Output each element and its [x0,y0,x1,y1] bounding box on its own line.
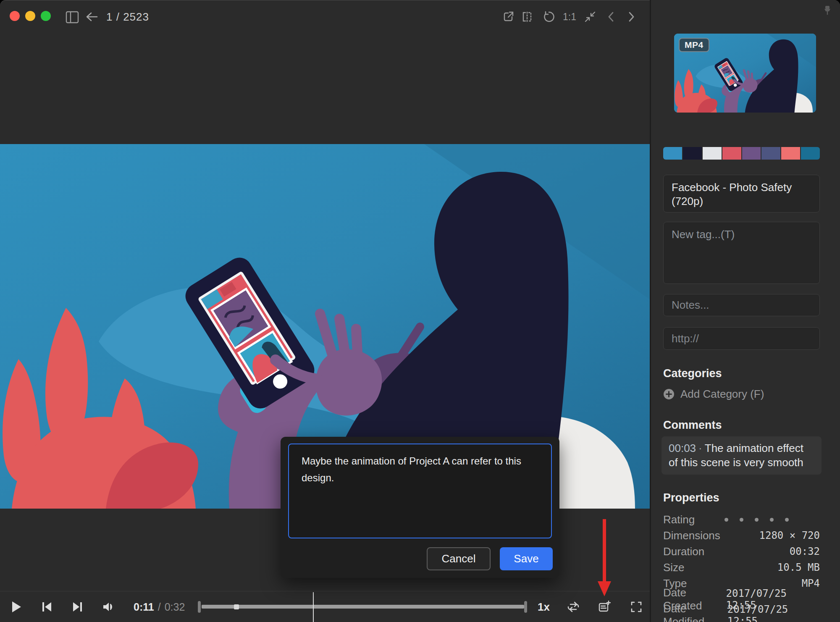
app-window: 1 / 2523 1:1 [0,0,840,622]
media-thumbnail[interactable]: MP4 [674,34,816,113]
palette-swatch[interactable] [703,147,722,160]
palette-swatch[interactable] [683,147,702,160]
comment-textarea[interactable]: Maybe the animation of Project A can ref… [288,444,552,538]
annotation-arrow [597,519,612,597]
dialog-buttons: Cancel Save [427,547,553,570]
sidebar-toggle-icon[interactable] [65,10,80,25]
playback-controls: 0:11/0:32 1x [0,591,650,622]
track-end-cap [524,601,527,613]
palette-swatch[interactable] [663,147,682,160]
property-row: Dimensions 1280 × 720 [663,528,820,543]
chevron-left-icon[interactable] [605,10,617,23]
comment-timestamp[interactable]: 00:03 [669,442,696,454]
property-row: Rating [663,512,820,528]
properties-table: Rating Dimensions 1280 × 720 Duration 00… [663,512,820,622]
comments-heading: Comments [663,419,722,432]
palette-swatch[interactable] [781,147,800,160]
inspector-sidebar: MP4 Facebook - Photo Safety (720p) New t… [651,0,840,622]
cancel-button[interactable]: Cancel [427,547,491,570]
item-counter: 1 / 2523 [106,0,149,34]
current-time: 0:11 [134,601,154,613]
pin-icon[interactable] [822,5,832,16]
minimize-button[interactable] [25,11,35,21]
title-field[interactable]: Facebook - Photo Safety (720p) [663,175,820,213]
add-category-label: Add Category (F) [680,388,764,401]
skip-back-icon[interactable] [40,601,53,613]
save-button[interactable]: Save [500,547,553,570]
property-label: Date Modified [663,602,727,622]
properties-heading: Properties [663,491,719,504]
comment-item[interactable]: 00:03·The animation effect of this scene… [662,436,822,475]
loop-icon[interactable] [567,601,580,613]
property-value: 00:32 [790,546,820,557]
property-value: 1280 × 720 [759,530,820,541]
palette-swatch[interactable] [761,147,780,160]
comment-dialog: Maybe the animation of Project A can ref… [281,437,559,578]
property-row: Size 10.5 MB [663,559,820,575]
filetype-badge: MP4 [679,38,709,52]
notes-input[interactable]: Notes... [663,294,820,316]
property-value: 2017/07/25 12:55 [727,604,820,622]
toolbar: 1 / 2523 1:1 [0,0,650,34]
palette-swatch[interactable] [742,147,761,160]
open-external-icon[interactable] [502,10,515,23]
rating-dots[interactable] [724,518,790,522]
add-comment-icon[interactable] [598,601,611,613]
property-label: Duration [663,545,704,558]
duration: 0:32 [165,601,185,613]
zoom-ratio-label[interactable]: 1:1 [563,0,576,34]
back-arrow-icon[interactable] [86,10,98,23]
track-start-cap [198,601,201,613]
compare-icon[interactable] [521,10,533,23]
volume-icon[interactable] [102,601,115,613]
property-label: Size [663,561,685,574]
play-icon[interactable] [10,601,23,613]
property-row: Duration 00:32 [663,543,820,559]
time-display: 0:11/0:32 [134,591,185,622]
property-label: Dimensions [663,529,720,542]
palette-swatch[interactable] [801,147,820,160]
speed-label[interactable]: 1x [538,591,550,622]
rotate-ccw-icon[interactable] [543,10,555,23]
palette-swatch[interactable] [722,147,741,160]
tag-input[interactable]: New tag...(T) [663,222,820,284]
fullscreen-icon[interactable] [630,601,643,613]
property-value: 10.5 MB [777,562,820,573]
plus-circle-icon [663,388,675,400]
seek-bar[interactable] [202,605,524,609]
url-input[interactable]: http:// [663,327,820,350]
property-label: Rating [663,513,695,526]
add-category-button[interactable]: Add Category (F) [663,387,764,401]
chevron-right-icon[interactable] [625,10,638,23]
close-button[interactable] [10,11,20,21]
categories-heading: Categories [663,367,722,380]
playhead-line[interactable] [313,592,314,622]
comment-marker[interactable] [234,604,239,609]
color-palette [663,147,820,160]
skip-forward-icon[interactable] [71,601,84,613]
property-row: Date Modified 2017/07/25 12:55 [663,607,820,622]
fit-screen-icon[interactable] [584,10,596,23]
zoom-button[interactable] [41,11,51,21]
